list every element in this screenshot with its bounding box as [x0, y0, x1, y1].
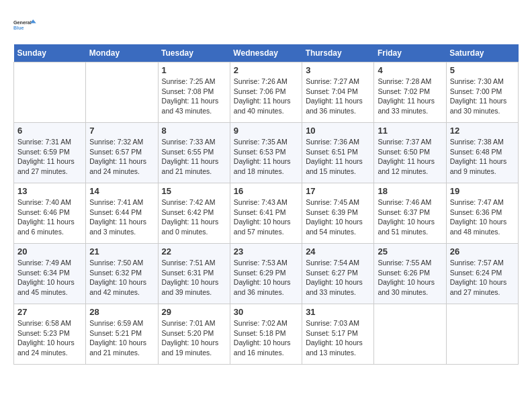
cell-content: Sunrise: 7:02 AM Sunset: 5:18 PM Dayligh…: [234, 318, 298, 358]
cell-content: Sunrise: 7:47 AM Sunset: 6:36 PM Dayligh…: [450, 197, 515, 237]
day-number: 25: [378, 246, 442, 257]
cell-content: Sunrise: 7:42 AM Sunset: 6:42 PM Dayligh…: [162, 197, 226, 237]
day-number: 26: [450, 246, 515, 257]
week-row: 20Sunrise: 7:49 AM Sunset: 6:34 PM Dayli…: [14, 244, 519, 304]
day-number: 8: [162, 126, 226, 136]
cell-content: Sunrise: 7:03 AM Sunset: 5:17 PM Dayligh…: [306, 318, 370, 358]
calendar-cell: 25Sunrise: 7:55 AM Sunset: 6:26 PM Dayli…: [374, 244, 446, 304]
cell-content: Sunrise: 7:33 AM Sunset: 6:55 PM Dayligh…: [162, 137, 226, 177]
svg-text:General: General: [13, 19, 32, 26]
logo: GeneralBlue: [13, 13, 38, 38]
calendar-cell: 7Sunrise: 7:32 AM Sunset: 6:57 PM Daylig…: [86, 123, 158, 183]
calendar-cell: 17Sunrise: 7:45 AM Sunset: 6:39 PM Dayli…: [302, 183, 374, 244]
day-number: 22: [162, 246, 226, 257]
column-header-friday: Friday: [374, 44, 446, 62]
day-number: 3: [306, 65, 370, 75]
calendar-cell: 9Sunrise: 7:35 AM Sunset: 6:53 PM Daylig…: [230, 123, 302, 183]
calendar-cell: 12Sunrise: 7:38 AM Sunset: 6:48 PM Dayli…: [446, 123, 518, 183]
cell-content: Sunrise: 7:32 AM Sunset: 6:57 PM Dayligh…: [89, 137, 154, 177]
day-number: 12: [450, 126, 515, 136]
day-number: 5: [450, 65, 515, 75]
cell-content: Sunrise: 7:35 AM Sunset: 6:53 PM Dayligh…: [234, 137, 298, 177]
column-header-tuesday: Tuesday: [158, 44, 230, 62]
calendar-cell: 29Sunrise: 7:01 AM Sunset: 5:20 PM Dayli…: [158, 304, 230, 365]
calendar-table: SundayMondayTuesdayWednesdayThursdayFrid…: [13, 44, 519, 365]
page-header: GeneralBlue: [13, 13, 519, 38]
cell-content: Sunrise: 7:28 AM Sunset: 7:02 PM Dayligh…: [378, 77, 442, 116]
day-number: 29: [162, 307, 226, 317]
day-number: 20: [17, 246, 82, 257]
header-row: SundayMondayTuesdayWednesdayThursdayFrid…: [14, 44, 519, 62]
calendar-cell: 6Sunrise: 7:31 AM Sunset: 6:59 PM Daylig…: [14, 123, 86, 183]
day-number: 28: [89, 307, 154, 317]
calendar-cell: 5Sunrise: 7:30 AM Sunset: 7:00 PM Daylig…: [446, 62, 518, 123]
cell-content: Sunrise: 7:30 AM Sunset: 7:00 PM Dayligh…: [450, 77, 515, 116]
day-number: 4: [378, 65, 442, 75]
calendar-cell: 4Sunrise: 7:28 AM Sunset: 7:02 PM Daylig…: [374, 62, 446, 123]
calendar-cell: 22Sunrise: 7:51 AM Sunset: 6:31 PM Dayli…: [158, 244, 230, 304]
cell-content: Sunrise: 7:50 AM Sunset: 6:32 PM Dayligh…: [89, 258, 154, 298]
day-number: 7: [89, 126, 154, 136]
calendar-cell: 15Sunrise: 7:42 AM Sunset: 6:42 PM Dayli…: [158, 183, 230, 244]
day-number: 24: [306, 246, 370, 257]
calendar-cell: 16Sunrise: 7:43 AM Sunset: 6:41 PM Dayli…: [230, 183, 302, 244]
svg-text:Blue: Blue: [13, 25, 24, 31]
day-number: 23: [234, 246, 298, 257]
cell-content: Sunrise: 7:36 AM Sunset: 6:51 PM Dayligh…: [306, 137, 370, 177]
calendar-cell: [374, 304, 446, 365]
cell-content: Sunrise: 7:26 AM Sunset: 7:06 PM Dayligh…: [234, 77, 298, 116]
cell-content: Sunrise: 7:01 AM Sunset: 5:20 PM Dayligh…: [162, 318, 226, 358]
cell-content: Sunrise: 7:38 AM Sunset: 6:48 PM Dayligh…: [450, 137, 515, 177]
day-number: 27: [17, 307, 82, 317]
day-number: 6: [17, 126, 82, 136]
calendar-cell: 10Sunrise: 7:36 AM Sunset: 6:51 PM Dayli…: [302, 123, 374, 183]
calendar-cell: 28Sunrise: 6:59 AM Sunset: 5:21 PM Dayli…: [86, 304, 158, 365]
cell-content: Sunrise: 7:40 AM Sunset: 6:46 PM Dayligh…: [17, 197, 82, 237]
calendar-cell: [446, 304, 518, 365]
cell-content: Sunrise: 7:45 AM Sunset: 6:39 PM Dayligh…: [306, 197, 370, 237]
column-header-wednesday: Wednesday: [230, 44, 302, 62]
cell-content: Sunrise: 7:25 AM Sunset: 7:08 PM Dayligh…: [162, 77, 226, 116]
day-number: 18: [378, 186, 442, 196]
day-number: 14: [89, 186, 154, 196]
day-number: 17: [306, 186, 370, 196]
day-number: 10: [306, 126, 370, 136]
cell-content: Sunrise: 6:58 AM Sunset: 5:23 PM Dayligh…: [17, 318, 82, 358]
cell-content: Sunrise: 7:53 AM Sunset: 6:29 PM Dayligh…: [234, 258, 298, 298]
cell-content: Sunrise: 7:46 AM Sunset: 6:37 PM Dayligh…: [378, 197, 442, 237]
calendar-cell: 13Sunrise: 7:40 AM Sunset: 6:46 PM Dayli…: [14, 183, 86, 244]
day-number: 1: [162, 65, 226, 75]
calendar-cell: 24Sunrise: 7:54 AM Sunset: 6:27 PM Dayli…: [302, 244, 374, 304]
calendar-cell: 21Sunrise: 7:50 AM Sunset: 6:32 PM Dayli…: [86, 244, 158, 304]
day-number: 21: [89, 246, 154, 257]
calendar-cell: 11Sunrise: 7:37 AM Sunset: 6:50 PM Dayli…: [374, 123, 446, 183]
day-number: 16: [234, 186, 298, 196]
calendar-cell: 30Sunrise: 7:02 AM Sunset: 5:18 PM Dayli…: [230, 304, 302, 365]
cell-content: Sunrise: 7:41 AM Sunset: 6:44 PM Dayligh…: [89, 197, 154, 237]
week-row: 13Sunrise: 7:40 AM Sunset: 6:46 PM Dayli…: [14, 183, 519, 244]
logo-icon: GeneralBlue: [13, 13, 38, 38]
calendar-cell: 20Sunrise: 7:49 AM Sunset: 6:34 PM Dayli…: [14, 244, 86, 304]
day-number: 31: [306, 307, 370, 317]
day-number: 19: [450, 186, 515, 196]
calendar-cell: 26Sunrise: 7:57 AM Sunset: 6:24 PM Dayli…: [446, 244, 518, 304]
cell-content: Sunrise: 7:51 AM Sunset: 6:31 PM Dayligh…: [162, 258, 226, 298]
cell-content: Sunrise: 7:37 AM Sunset: 6:50 PM Dayligh…: [378, 137, 442, 177]
day-number: 2: [234, 65, 298, 75]
week-row: 6Sunrise: 7:31 AM Sunset: 6:59 PM Daylig…: [14, 123, 519, 183]
cell-content: Sunrise: 7:57 AM Sunset: 6:24 PM Dayligh…: [450, 258, 515, 298]
calendar-cell: 3Sunrise: 7:27 AM Sunset: 7:04 PM Daylig…: [302, 62, 374, 123]
cell-content: Sunrise: 6:59 AM Sunset: 5:21 PM Dayligh…: [89, 318, 154, 358]
calendar-cell: 27Sunrise: 6:58 AM Sunset: 5:23 PM Dayli…: [14, 304, 86, 365]
calendar-cell: 31Sunrise: 7:03 AM Sunset: 5:17 PM Dayli…: [302, 304, 374, 365]
day-number: 13: [17, 186, 82, 196]
column-header-sunday: Sunday: [14, 44, 86, 62]
day-number: 15: [162, 186, 226, 196]
column-header-monday: Monday: [86, 44, 158, 62]
cell-content: Sunrise: 7:55 AM Sunset: 6:26 PM Dayligh…: [378, 258, 442, 298]
calendar-cell: 8Sunrise: 7:33 AM Sunset: 6:55 PM Daylig…: [158, 123, 230, 183]
column-header-thursday: Thursday: [302, 44, 374, 62]
calendar-cell: 18Sunrise: 7:46 AM Sunset: 6:37 PM Dayli…: [374, 183, 446, 244]
cell-content: Sunrise: 7:49 AM Sunset: 6:34 PM Dayligh…: [17, 258, 82, 298]
week-row: 1Sunrise: 7:25 AM Sunset: 7:08 PM Daylig…: [14, 62, 519, 123]
